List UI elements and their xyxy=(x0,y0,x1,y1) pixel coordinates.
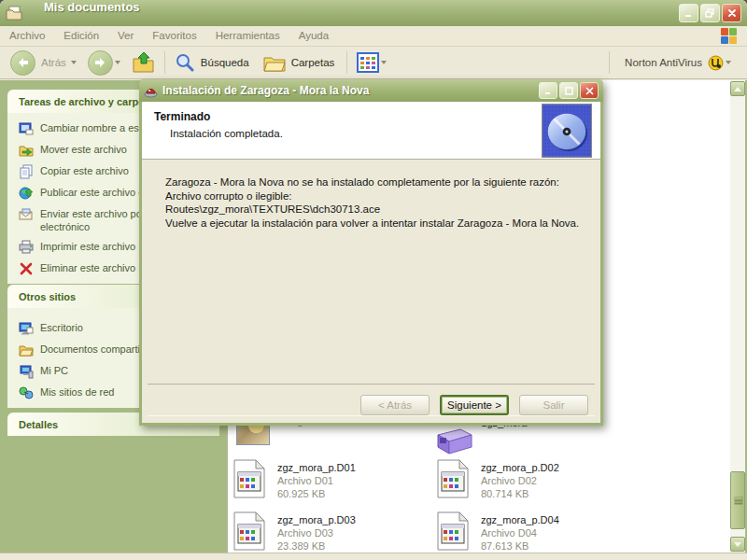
dialog-header: Terminado Instalación completada. xyxy=(142,102,600,160)
chevron-up-icon xyxy=(734,87,741,91)
close-icon xyxy=(727,8,737,18)
installer-dialog: Instalación de Zaragoza - Mora la Nova T… xyxy=(139,79,603,426)
dialog-body: Terminado Instalación completada. xyxy=(142,102,600,423)
explorer-window: Mis documentos Archivo Edición Ver Favor… xyxy=(0,0,747,560)
message-line: Vuelve a ejecutar la instalación para vo… xyxy=(165,217,600,231)
shared-folder-icon xyxy=(19,343,34,357)
back-label: Atrás xyxy=(41,57,66,68)
dialog-button-row: < Atrás Siguiente > Salir xyxy=(148,384,595,415)
views-icon xyxy=(357,52,379,73)
dialog-minimize-button[interactable] xyxy=(539,82,557,99)
file-tile-d04[interactable]: zgz_mora_p.D04 Archivo D04 87.613 KB xyxy=(437,510,633,556)
views-button[interactable] xyxy=(354,50,395,75)
folders-icon xyxy=(263,53,286,72)
dialog-title: Instalación de Zaragoza - Mora la Nova xyxy=(162,84,369,97)
file-size: 23.389 KB xyxy=(277,539,417,553)
file-size: 60.925 KB xyxy=(277,487,417,500)
data-file-icon xyxy=(233,459,265,502)
up-folder-icon xyxy=(132,51,155,74)
file-name: zgz_mora_p.D04 xyxy=(481,513,621,526)
task-label: Mover este archivo xyxy=(40,143,127,156)
move-icon xyxy=(19,143,34,158)
window-titlebar: Mis documentos xyxy=(0,0,747,26)
file-type: Archivo D02 xyxy=(481,474,621,487)
cd-icon xyxy=(542,104,592,158)
computer-icon xyxy=(19,364,34,379)
print-icon xyxy=(19,240,34,255)
search-label: Búsqueda xyxy=(201,57,249,68)
folder-window-icon xyxy=(6,6,22,21)
menu-ayuda[interactable]: Ayuda xyxy=(289,26,338,46)
file-name: zgz_mora_p.D03 xyxy=(277,513,417,526)
file-tile-d02[interactable]: zgz_mora_p.D02 Archivo D02 80.714 KB xyxy=(437,457,633,504)
panel-title: Otros sitios xyxy=(19,291,76,302)
vertical-scrollbar[interactable] xyxy=(730,80,745,553)
file-tile-d01[interactable]: zgz_mora_p.D01 Archivo D01 60.925 KB xyxy=(233,457,430,504)
file-size: 87.613 KB xyxy=(481,539,621,553)
place-label: Mi PC xyxy=(40,364,68,377)
menu-edicion[interactable]: Edición xyxy=(54,26,108,46)
panel-title: Tareas de archivo y carpeta xyxy=(19,96,153,107)
dialog-heading: Terminado xyxy=(154,110,210,123)
folders-label: Carpetas xyxy=(291,57,335,68)
restore-button[interactable] xyxy=(700,4,720,22)
search-icon xyxy=(175,52,195,73)
file-tile-d03[interactable]: zgz_mora_p.D03 Archivo D03 23.389 KB xyxy=(233,510,430,556)
up-button[interactable] xyxy=(129,49,158,76)
scroll-down-button[interactable] xyxy=(730,537,745,552)
data-file-icon xyxy=(233,511,265,554)
menu-favoritos[interactable]: Favoritos xyxy=(143,26,205,46)
delete-icon xyxy=(19,261,34,276)
dialog-close-button[interactable] xyxy=(580,82,599,99)
back-button[interactable]: Atrás xyxy=(7,49,85,77)
dialog-maximize-button[interactable] xyxy=(559,82,578,99)
publish-icon xyxy=(19,186,34,201)
toolbar-separator xyxy=(164,51,165,74)
close-button[interactable] xyxy=(722,4,741,22)
minimize-button[interactable] xyxy=(679,4,698,22)
windows-logo-icon xyxy=(721,28,737,44)
menu-herramientas[interactable]: Herramientas xyxy=(206,26,289,46)
forward-icon xyxy=(88,50,113,76)
back-dropdown-icon[interactable] xyxy=(71,61,77,64)
scroll-up-button[interactable] xyxy=(730,81,745,96)
message-line: Zaragoza - Mora la Nova no se ha instala… xyxy=(165,175,600,189)
message-line: Routes\zgz_mora\TEXTURES\dch30713.ace xyxy=(165,203,600,217)
data-file-icon xyxy=(437,511,469,554)
norton-dropdown-icon[interactable] xyxy=(726,61,731,64)
exit-button[interactable]: Salir xyxy=(519,395,588,415)
installer-app-icon xyxy=(144,84,158,98)
email-icon xyxy=(19,207,34,222)
menu-ver[interactable]: Ver xyxy=(108,26,143,46)
norton-icon xyxy=(708,55,724,71)
window-title: Mis documentos xyxy=(44,0,184,14)
network-icon xyxy=(19,385,34,400)
next-button[interactable]: Siguiente > xyxy=(440,395,509,415)
dialog-message: Zaragoza - Mora la Nova no se ha instala… xyxy=(142,160,600,230)
forward-dropdown-icon[interactable] xyxy=(115,61,120,64)
menu-archivo[interactable]: Archivo xyxy=(0,26,54,46)
file-type: Archivo D01 xyxy=(277,474,417,487)
norton-antivirus-button[interactable]: Norton AntiVirus xyxy=(616,53,740,73)
place-label: Mis sitios de red xyxy=(40,385,114,399)
menu-bar: Archivo Edición Ver Favoritos Herramient… xyxy=(0,26,747,47)
norton-label: Norton AntiVirus xyxy=(625,57,702,68)
file-name: zgz_mora_p.D01 xyxy=(277,461,417,474)
file-name: zgz_mora_p.D02 xyxy=(481,461,621,474)
toolbar: Atrás Búsqueda xyxy=(0,47,747,79)
rename-icon xyxy=(19,121,34,136)
minimize-icon xyxy=(684,8,694,18)
chevron-down-icon xyxy=(734,542,741,547)
restore-icon xyxy=(705,8,715,18)
data-file-icon xyxy=(437,459,469,502)
scrollbar-thumb[interactable] xyxy=(730,471,745,529)
place-label: Escritorio xyxy=(40,321,83,334)
back-step-button[interactable]: < Atrás xyxy=(360,395,430,415)
forward-button[interactable] xyxy=(85,49,129,77)
folders-button[interactable]: Carpetas xyxy=(261,51,341,74)
message-line: Archivo corrupto o ilegible: xyxy=(165,189,600,203)
task-label: Eliminar este archivo xyxy=(40,261,135,274)
back-icon xyxy=(10,50,35,76)
views-dropdown-icon[interactable] xyxy=(381,61,387,64)
search-button[interactable]: Búsqueda xyxy=(172,50,255,75)
